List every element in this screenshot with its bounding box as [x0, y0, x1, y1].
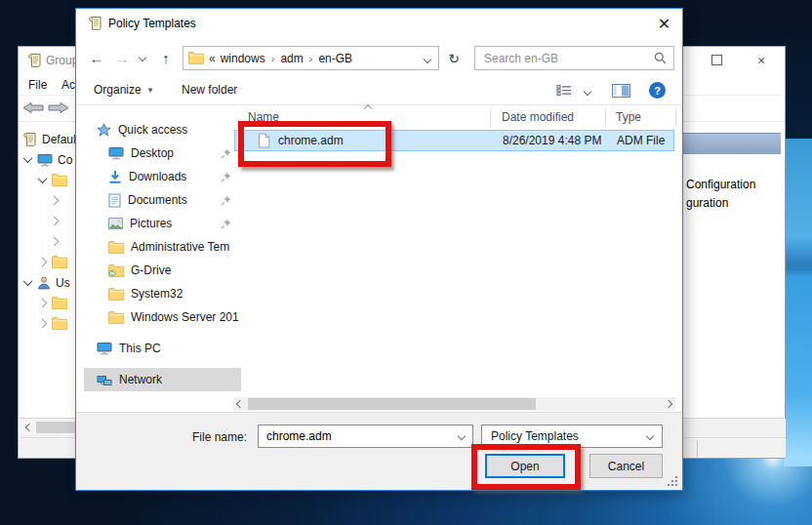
chevron-down-icon[interactable] — [38, 174, 48, 183]
sidebar-item-quick-access[interactable]: Quick access — [84, 118, 241, 141]
scroll-right-button[interactable] — [662, 397, 675, 411]
scroll-left-button[interactable] — [233, 397, 247, 411]
dialog-footer: File name: Policy Templates Open Cancel — [76, 412, 682, 490]
forward-button[interactable] — [47, 100, 70, 119]
search-box[interactable] — [474, 46, 674, 70]
user-icon — [37, 276, 51, 290]
column-divider[interactable] — [605, 108, 606, 127]
folder-icon — [108, 311, 124, 324]
sidebar-item-system32[interactable]: System32 — [84, 282, 253, 305]
gpo-scroll-icon — [26, 53, 42, 68]
scroll-left-button[interactable] — [21, 421, 36, 434]
column-divider[interactable] — [490, 108, 491, 127]
refresh-button[interactable]: ↻ — [443, 46, 465, 70]
chevron-right-icon[interactable] — [38, 299, 48, 308]
sidebar-item-g-drive[interactable]: G-Drive — [84, 259, 253, 282]
breadcrumb-overflow[interactable]: « — [209, 52, 216, 65]
sidebar-item-downloads[interactable]: Downloads — [84, 165, 253, 188]
sidebar-item-label: This PC — [119, 342, 161, 355]
breadcrumb: «windows›adm›en-GB — [209, 52, 355, 65]
chevron-down-icon[interactable] — [424, 56, 431, 63]
sidebar-item-administrative-tem[interactable]: Administrative Tem — [84, 235, 253, 259]
address-bar[interactable]: «windows›adm›en-GB — [183, 46, 439, 70]
sidebar-item-this-pc[interactable]: This PC — [84, 337, 241, 360]
cancel-button[interactable]: Cancel — [589, 454, 663, 478]
breadcrumb-separator-icon: › — [268, 53, 278, 64]
chevron-right-icon[interactable] — [50, 237, 60, 247]
menu-file[interactable]: File — [28, 78, 47, 92]
sidebar-item-pictures[interactable]: Pictures — [84, 212, 253, 235]
forward-icon: → — [115, 50, 130, 66]
breadcrumb-item[interactable]: en-GB — [315, 52, 355, 65]
up-button[interactable]: ↑ — [154, 44, 178, 71]
chevron-down-icon[interactable] — [584, 88, 591, 96]
chevron-down-icon[interactable] — [23, 276, 33, 286]
chevron-down-icon — [139, 54, 146, 61]
details-view-icon[interactable] — [556, 84, 572, 97]
scroll-icon — [21, 132, 37, 147]
maximize-button[interactable] — [700, 47, 733, 73]
chevron-right-icon[interactable] — [50, 196, 60, 206]
status-divider — [697, 440, 698, 457]
file-name-combobox[interactable] — [258, 424, 473, 448]
preview-pane-icon[interactable] — [612, 84, 630, 98]
breadcrumb-separator-icon: › — [306, 53, 316, 64]
column-header-date-modified[interactable]: Date modified — [502, 110, 574, 124]
close-button[interactable]: × — [745, 47, 778, 73]
gp-result-item[interactable]: guration — [686, 196, 728, 210]
column-header-type[interactable]: Type — [616, 110, 641, 124]
sidebar-item-label: Windows Server 201 — [131, 310, 239, 324]
sidebar-item-documents[interactable]: Documents — [84, 188, 253, 212]
organize-button[interactable]: Organize ▾ — [94, 83, 152, 97]
sidebar-item-label: Administrative Tem — [131, 240, 229, 254]
back-button[interactable] — [21, 100, 45, 119]
recent-locations-button[interactable] — [135, 44, 150, 71]
file-name-input[interactable] — [264, 428, 459, 444]
file-date-modified: 8/26/2019 4:48 PM — [503, 134, 601, 147]
policy-scroll-icon — [87, 16, 102, 31]
chevron-right-icon — [665, 400, 672, 408]
breadcrumb-item[interactable]: adm — [277, 52, 305, 65]
organize-label: Organize — [94, 83, 142, 97]
scrollbar-thumb[interactable] — [248, 398, 536, 410]
sidebar-item-label: Downloads — [129, 170, 186, 183]
annotation-box-file — [238, 121, 391, 167]
chevron-right-icon[interactable] — [38, 258, 48, 267]
new-folder-button[interactable]: New folder — [182, 83, 237, 97]
search-icon — [654, 52, 667, 64]
file-name-label: File name: — [192, 430, 247, 444]
column-divider[interactable] — [675, 108, 676, 127]
sidebar-item-network[interactable]: Network — [84, 368, 241, 391]
forward-button[interactable]: → — [111, 44, 133, 71]
monitor-icon — [108, 146, 124, 160]
sidebar-item-label: System32 — [131, 287, 183, 301]
chevron-left-icon — [24, 424, 32, 431]
help-button[interactable]: ? — [649, 82, 666, 99]
sidebar-item-label: Desktop — [131, 146, 174, 160]
close-button[interactable]: ✕ — [646, 9, 682, 38]
folder-icon — [52, 297, 67, 309]
cancel-button-label: Cancel — [608, 460, 644, 473]
chevron-right-icon[interactable] — [38, 319, 48, 329]
chevron-right-icon[interactable] — [50, 217, 60, 226]
resize-grip[interactable] — [668, 484, 670, 486]
network-icon — [97, 374, 112, 386]
help-icon: ? — [654, 85, 661, 97]
sidebar-item-desktop[interactable]: Desktop — [84, 141, 253, 165]
menu-action[interactable]: Ac — [61, 78, 75, 92]
dialog-toolbar: Organize ▾ New folder ? — [76, 77, 682, 105]
computer-icon — [37, 153, 53, 167]
sidebar-item-windows-server-201[interactable]: Windows Server 201 — [84, 305, 253, 329]
breadcrumb-item[interactable]: windows — [218, 52, 268, 65]
dialog-titlebar[interactable]: Policy Templates ✕ — [76, 9, 682, 38]
desktop: Group × File Ac DefaulCoUs OCAL] Policy … — [0, 0, 812, 525]
pin-icon — [221, 172, 231, 182]
file-list-horizontal-scrollbar[interactable] — [233, 397, 675, 411]
chevron-down-icon[interactable] — [458, 432, 466, 440]
chevron-down-icon[interactable] — [23, 153, 33, 163]
folder-icon — [108, 288, 124, 301]
tree-item-label: Us — [56, 276, 70, 290]
back-button[interactable]: ← — [84, 44, 109, 71]
search-input[interactable] — [482, 51, 654, 66]
gp-result-item[interactable]: Configuration — [686, 178, 755, 191]
